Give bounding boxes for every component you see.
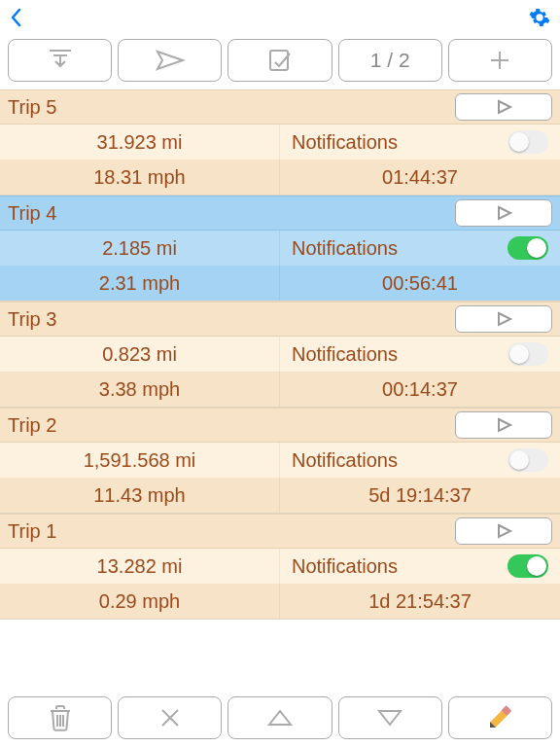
trip-speed: 18.31 mph xyxy=(0,160,280,195)
back-button[interactable] xyxy=(10,8,23,27)
trip-item[interactable]: Trip 30.823 miNotifications3.38 mph00:14… xyxy=(0,302,560,408)
svg-marker-7 xyxy=(499,207,510,219)
trip-header[interactable]: Trip 2 xyxy=(0,408,560,443)
check-button[interactable] xyxy=(228,39,332,82)
trip-notifications-cell: Notifications xyxy=(280,337,560,372)
trip-notifications-cell: Notifications xyxy=(280,443,560,478)
svg-marker-6 xyxy=(499,101,510,113)
trip-item[interactable]: Trip 21,591.568 miNotifications11.43 mph… xyxy=(0,408,560,514)
trip-title: Trip 4 xyxy=(8,202,56,225)
import-button[interactable] xyxy=(8,39,112,82)
trip-header[interactable]: Trip 1 xyxy=(0,514,560,549)
page-label: 1 / 2 xyxy=(370,49,410,72)
trip-duration: 5d 19:14:37 xyxy=(280,478,560,513)
trip-title: Trip 1 xyxy=(8,520,56,543)
trip-header[interactable]: Trip 4 xyxy=(0,196,560,231)
trip-speed: 0.29 mph xyxy=(0,584,280,619)
notifications-switch[interactable] xyxy=(508,236,548,260)
nav-bar xyxy=(0,0,560,35)
trip-notifications-cell: Notifications xyxy=(280,549,560,584)
svg-marker-17 xyxy=(269,711,291,725)
page-indicator[interactable]: 1 / 2 xyxy=(338,39,442,82)
delete-button[interactable] xyxy=(8,696,112,739)
trip-duration: 1d 21:54:37 xyxy=(280,584,560,619)
play-button[interactable] xyxy=(455,93,552,121)
svg-marker-8 xyxy=(499,313,510,325)
top-toolbar: 1 / 2 xyxy=(0,35,560,89)
svg-marker-2 xyxy=(158,52,183,69)
trip-notifications-cell: Notifications xyxy=(280,231,560,266)
svg-marker-10 xyxy=(499,525,510,537)
play-button[interactable] xyxy=(455,517,552,545)
trip-distance: 31.923 mi xyxy=(0,124,280,160)
trip-notifications-cell: Notifications xyxy=(280,124,560,160)
move-down-button[interactable] xyxy=(338,696,442,739)
trip-speed: 11.43 mph xyxy=(0,478,280,513)
notifications-switch[interactable] xyxy=(508,130,548,154)
trip-duration: 00:14:37 xyxy=(280,372,560,407)
trip-header[interactable]: Trip 5 xyxy=(0,89,560,124)
trip-title: Trip 2 xyxy=(8,414,56,437)
notifications-switch[interactable] xyxy=(508,554,548,578)
send-button[interactable] xyxy=(118,39,222,82)
notifications-label: Notifications xyxy=(292,237,398,260)
trip-title: Trip 3 xyxy=(8,308,56,331)
trip-speed: 3.38 mph xyxy=(0,372,280,407)
play-button[interactable] xyxy=(455,199,552,227)
notifications-switch[interactable] xyxy=(508,448,548,472)
trip-distance: 13.282 mi xyxy=(0,549,280,584)
trip-item[interactable]: Trip 113.282 miNotifications0.29 mph1d 2… xyxy=(0,514,560,620)
move-up-button[interactable] xyxy=(228,696,332,739)
bottom-toolbar xyxy=(0,689,560,747)
notifications-label: Notifications xyxy=(292,131,398,154)
play-button[interactable] xyxy=(455,411,552,439)
trip-duration: 00:56:41 xyxy=(280,266,560,301)
edit-button[interactable] xyxy=(448,696,552,739)
cancel-button[interactable] xyxy=(118,696,222,739)
trip-speed: 2.31 mph xyxy=(0,266,280,301)
trip-distance: 1,591.568 mi xyxy=(0,443,280,478)
notifications-label: Notifications xyxy=(292,343,398,366)
notifications-label: Notifications xyxy=(292,555,398,578)
trip-list: Trip 531.923 miNotifications18.31 mph01:… xyxy=(0,89,560,620)
play-button[interactable] xyxy=(455,305,552,333)
svg-marker-9 xyxy=(499,419,510,431)
trip-distance: 0.823 mi xyxy=(0,337,280,372)
trip-duration: 01:44:37 xyxy=(280,160,560,195)
trip-item[interactable]: Trip 42.185 miNotifications2.31 mph00:56… xyxy=(0,196,560,302)
settings-button[interactable] xyxy=(529,7,550,28)
add-button[interactable] xyxy=(448,39,552,82)
trip-header[interactable]: Trip 3 xyxy=(0,302,560,337)
trip-title: Trip 5 xyxy=(8,96,56,119)
trip-distance: 2.185 mi xyxy=(0,231,280,266)
svg-marker-18 xyxy=(379,711,401,725)
trip-item[interactable]: Trip 531.923 miNotifications18.31 mph01:… xyxy=(0,89,560,196)
notifications-label: Notifications xyxy=(292,449,398,472)
notifications-switch[interactable] xyxy=(508,342,548,366)
